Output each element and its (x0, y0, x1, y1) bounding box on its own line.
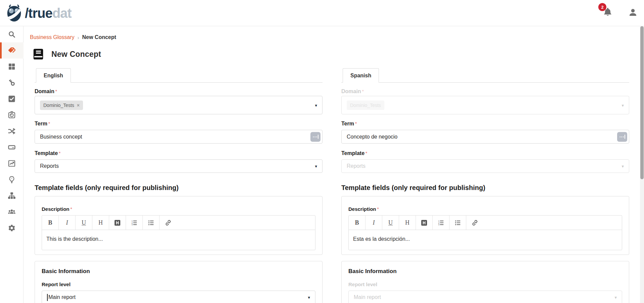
header-block-button[interactable] (109, 216, 126, 230)
header-button[interactable]: H (92, 216, 109, 230)
domain-select-disabled: Dominio_Tests ▾ (341, 96, 629, 114)
book-icon (32, 48, 45, 61)
bold-button[interactable]: B (42, 216, 59, 230)
breadcrumb-glossary-link[interactable]: Business Glossary (30, 34, 75, 40)
template-value: Reports (347, 163, 366, 169)
italic-button[interactable]: I (59, 216, 76, 230)
sidebar-item-insights[interactable] (0, 172, 24, 188)
underline-button[interactable]: U (76, 216, 92, 230)
scrollbar-thumb[interactable] (640, 26, 644, 179)
bullet-list-button[interactable] (143, 216, 160, 230)
required-mark: * (48, 121, 50, 126)
link-icon (165, 219, 172, 226)
user-icon (628, 7, 638, 17)
notification-badge: 2 (598, 3, 606, 11)
required-mark: * (366, 151, 367, 156)
users-icon (8, 208, 16, 216)
tab-spanish[interactable]: Spanish (343, 68, 379, 83)
chevron-down-icon: ▾ (614, 295, 617, 300)
report-level-value: Main report (354, 294, 381, 300)
underline-button[interactable]: U (382, 216, 399, 230)
report-level-label: Report level (348, 281, 622, 288)
template-select-disabled: Reports ▾ (341, 159, 629, 173)
sidebar-item-lineage[interactable] (0, 123, 24, 139)
ordered-list-button[interactable]: 1 2 3 (126, 216, 143, 230)
ordered-list-icon: 1 2 3 (437, 219, 444, 226)
ordered-list-icon: 1 2 3 (131, 219, 138, 226)
italic-button[interactable]: I (366, 216, 382, 230)
editor-toolbar: B I U H 1 (349, 216, 622, 230)
page-header: New Concept (32, 48, 101, 61)
search-icon (8, 30, 16, 38)
chip-remove-icon[interactable]: × (77, 103, 80, 108)
svg-text:3: 3 (131, 223, 133, 226)
notifications-button[interactable]: 2 (602, 6, 614, 20)
template-value: Reports (40, 163, 59, 169)
expand-text-button[interactable]: ⋯ (617, 132, 627, 142)
report-level-label: Report level (42, 281, 315, 288)
bullet-list-button[interactable] (449, 216, 466, 230)
description-label: Description* (42, 206, 315, 213)
required-mark: * (362, 89, 364, 94)
term-value: Concepto de negocio (347, 134, 397, 140)
sidebar-item-glossary[interactable] (0, 42, 24, 59)
required-mark: * (59, 151, 60, 156)
scrollbar-track[interactable] (640, 26, 644, 303)
sidebar-item-permissions[interactable] (0, 75, 24, 91)
breadcrumb-separator-icon: › (78, 35, 79, 40)
spanish-tab-bar: Spanish (341, 68, 629, 83)
required-mark: * (71, 206, 72, 212)
sidebar-item-rules[interactable] (0, 91, 24, 107)
description-input[interactable]: Esta es la descripción... (349, 230, 622, 250)
required-mark: * (377, 206, 379, 212)
template-select[interactable]: Reports ▾ (35, 159, 323, 173)
chevron-down-icon: ▾ (621, 164, 624, 169)
lightbulb-icon (8, 176, 16, 184)
description-input[interactable]: This is the description... (42, 230, 315, 250)
sidebar-item-taxonomy[interactable] (0, 188, 24, 204)
domain-chip: Dominio_Tests × (40, 101, 83, 110)
gear-icon (8, 224, 16, 232)
term-input[interactable]: Concepto de negocio ⋯ (341, 130, 629, 144)
text-cursor (47, 294, 48, 301)
app-header: /truedat 2 (0, 0, 644, 26)
term-value: Business concept (40, 134, 82, 140)
report-level-select[interactable]: Main report ▾ (42, 291, 315, 303)
domain-chip: Dominio_Tests (347, 101, 384, 110)
gauge-icon (8, 111, 16, 119)
domain-label: Domain* (35, 88, 323, 95)
spanish-column: Spanish Domain* Dominio_Tests ▾ Term* Co… (341, 68, 629, 303)
link-button[interactable] (160, 216, 176, 230)
header-button[interactable]: H (399, 216, 416, 230)
breadcrumb: Business Glossary › New Concept (30, 34, 116, 40)
sidebar-item-dashboards[interactable] (0, 59, 24, 75)
link-button[interactable] (466, 216, 483, 230)
basic-information-card: Basic Information Report level Main repo… (35, 261, 323, 303)
sidebar-item-users[interactable] (0, 204, 24, 220)
template-fields-heading: Template fields (only required for publi… (35, 184, 323, 192)
expand-text-button[interactable]: ⋯ (310, 132, 320, 142)
app-window: /truedat 2 (0, 0, 644, 303)
link-icon (471, 219, 478, 226)
rich-text-editor: B I U H 1 (42, 215, 315, 250)
sidebar-item-search[interactable] (0, 26, 24, 42)
chevron-down-icon: ▾ (621, 103, 624, 108)
tab-english[interactable]: English (36, 68, 71, 83)
sidebar-item-quality[interactable] (0, 107, 24, 123)
page-title: New Concept (51, 50, 101, 59)
ordered-list-button[interactable]: 1 2 3 (433, 216, 449, 230)
header-block-button[interactable] (416, 216, 433, 230)
term-input[interactable]: Business concept ⋯ (35, 130, 323, 144)
domain-select[interactable]: Dominio_Tests × ▾ (35, 96, 323, 114)
grid-icon (8, 63, 16, 71)
truedat-logo[interactable]: /truedat (5, 4, 72, 22)
sidebar-item-analytics[interactable] (0, 155, 24, 172)
sidebar-item-data-structures[interactable] (0, 139, 24, 155)
bold-button[interactable]: B (349, 216, 366, 230)
chevron-down-icon: ▾ (315, 164, 317, 169)
tags-icon (8, 46, 16, 54)
sidebar-item-settings[interactable] (0, 220, 24, 236)
chart-line-icon (8, 159, 16, 167)
shuffle-icon (8, 127, 16, 135)
user-menu-button[interactable] (628, 7, 638, 19)
